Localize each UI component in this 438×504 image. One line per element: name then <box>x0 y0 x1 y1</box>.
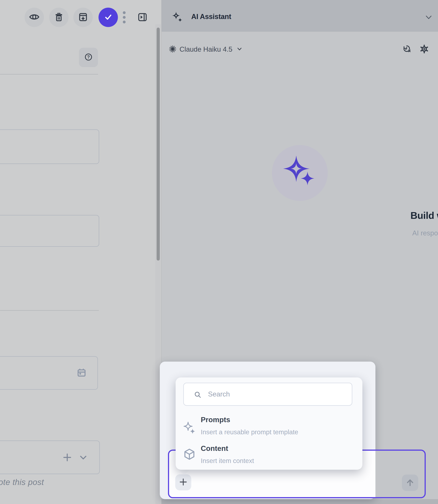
section-divider <box>0 310 99 311</box>
document-pane: ? ote this post <box>0 0 161 504</box>
check-icon <box>103 11 114 23</box>
plus-icon <box>179 478 187 487</box>
empty-state-title: Build with AI Assistant <box>323 210 438 221</box>
insert-menu-popover: Prompts Insert a reusable prompt templat… <box>175 378 362 470</box>
archive-download-icon <box>78 11 88 23</box>
empty-state-badge <box>272 145 328 201</box>
model-row: Claude Haiku 4.5 <box>162 43 438 58</box>
text-field[interactable] <box>0 215 99 247</box>
model-name: Claude Haiku 4.5 <box>179 46 232 53</box>
menu-item-content[interactable]: Content Insert item context <box>175 442 362 471</box>
date-field[interactable] <box>0 356 98 390</box>
menu-item-prompts[interactable]: Prompts Insert a reusable prompt templat… <box>175 413 362 443</box>
more-actions-button[interactable] <box>121 11 127 25</box>
menu-item-title: Content <box>201 444 228 453</box>
history-clear-icon <box>402 51 411 54</box>
empty-state-subtitle: AI responses may be inaccurate <box>323 229 438 237</box>
cube-icon <box>183 448 196 461</box>
help-button[interactable]: ? <box>79 48 98 67</box>
search-input[interactable] <box>184 383 352 405</box>
field-note: ote this post <box>0 478 44 487</box>
trash-icon <box>54 11 64 23</box>
sparkles-icon <box>284 156 316 186</box>
section-divider <box>0 74 98 75</box>
sparkles-icon <box>172 11 183 23</box>
starburst-icon <box>169 45 176 54</box>
send-button[interactable] <box>402 475 418 491</box>
panel-bottom-edge <box>162 499 438 504</box>
collapse-panel-button[interactable] <box>425 14 432 21</box>
menu-item-description: Insert item context <box>201 457 254 464</box>
open-panel-button[interactable] <box>138 13 147 22</box>
delete-button[interactable] <box>49 8 68 27</box>
eye-icon <box>29 11 40 23</box>
kebab-icon <box>121 21 127 24</box>
assistant-settings-button[interactable] <box>420 45 429 54</box>
expand-options-button[interactable] <box>79 455 87 461</box>
publish-button[interactable] <box>99 8 118 27</box>
sparkles-outline-icon <box>183 422 196 435</box>
add-item-button[interactable] <box>63 453 72 463</box>
menu-item-title: Prompts <box>201 416 230 424</box>
panel-right-icon <box>138 19 147 22</box>
svg-text:?: ? <box>87 54 90 59</box>
unpublish-button[interactable] <box>73 8 93 27</box>
calendar-icon <box>76 367 87 379</box>
text-field[interactable] <box>0 129 99 164</box>
scrollbar-thumb[interactable] <box>157 28 160 261</box>
chevron-down-icon <box>425 18 432 21</box>
panel-title: AI Assistant <box>191 13 231 21</box>
chevron-down-icon <box>237 47 242 52</box>
search-field[interactable] <box>183 383 352 406</box>
clear-history-button[interactable] <box>402 45 411 54</box>
preview-button[interactable] <box>25 8 44 27</box>
gear-icon <box>420 51 429 54</box>
help-icon: ? <box>84 52 93 63</box>
app-window: ? ote this post <box>0 0 438 504</box>
insert-menu-button[interactable] <box>175 474 191 490</box>
send-arrow-up-icon <box>405 478 415 488</box>
model-selector[interactable]: Claude Haiku 4.5 <box>169 45 242 54</box>
menu-item-description: Insert a reusable prompt template <box>201 428 298 436</box>
reference-field[interactable] <box>0 440 100 474</box>
plus-icon <box>63 459 72 462</box>
chevron-down-icon <box>79 458 87 461</box>
assistant-header: AI Assistant <box>162 0 438 32</box>
